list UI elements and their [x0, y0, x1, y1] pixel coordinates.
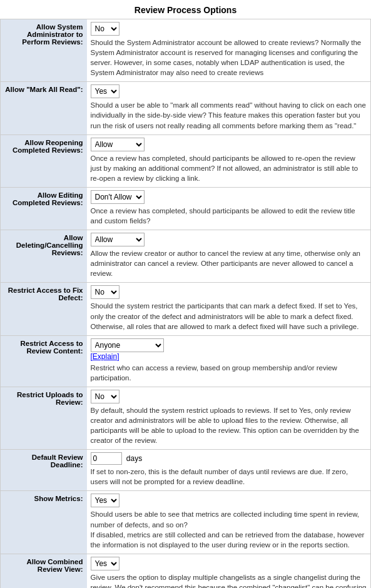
description-restrict-access-fix-defect: Should the system restrict the participa…: [91, 301, 367, 331]
content-allow-combined-review: YesNoGive users the option to display mu…: [87, 554, 371, 588]
description-show-metrics: Should users be able to see that metrics…: [91, 509, 367, 549]
content-allow-system-admin: NoYesShould the System Administrator acc…: [87, 19, 371, 82]
label-allow-deleting: Allow Deleting/Cancelling Reviews:: [1, 230, 87, 283]
description-allow-editing-completed: Once a review has completed, should part…: [91, 206, 367, 226]
label-default-review-deadline: Default Review Deadline:: [1, 450, 87, 491]
input-default-review-deadline[interactable]: [91, 452, 122, 465]
select-restrict-uploads[interactable]: NoYes: [91, 390, 119, 403]
label-restrict-uploads: Restrict Uploads to Review:: [1, 387, 87, 449]
table-row: Allow Reopening Completed Reviews:AllowD…: [1, 134, 371, 187]
label-allow-combined-review: Allow Combined Review View:: [1, 554, 87, 588]
page-title: Review Process Options: [0, 0, 371, 19]
days-label: days: [125, 454, 143, 463]
content-restrict-access-review-content: AnyoneParticipants Only[Explain]Restrict…: [87, 335, 371, 387]
label-allow-editing-completed: Allow Editing Completed Reviews:: [1, 187, 87, 230]
table-row: Default Review Deadline: daysIf set to n…: [1, 450, 371, 491]
select-allow-reopening-completed[interactable]: AllowDon't Allow: [91, 138, 145, 151]
content-restrict-uploads: NoYesBy default, should the system restr…: [87, 387, 371, 449]
description-allow-reopening-completed: Once a review has completed, should part…: [91, 153, 367, 183]
select-allow-deleting[interactable]: AllowDon't Allow: [91, 233, 145, 246]
table-row: Allow System Administrator to Perform Re…: [1, 19, 371, 82]
content-show-metrics: YesNoShould users be able to see that me…: [87, 491, 371, 554]
description-restrict-uploads: By default, should the system restrict u…: [91, 405, 367, 445]
select-allow-combined-review[interactable]: YesNo: [91, 557, 119, 570]
select-allow-system-admin[interactable]: NoYes: [91, 22, 119, 36]
label-restrict-access-fix-defect: Restrict Access to Fix Defect:: [1, 283, 87, 335]
content-allow-mark-all-read: YesNoShould a user be able to "mark all …: [87, 82, 371, 134]
label-allow-mark-all-read: Allow "Mark All Read":: [1, 82, 87, 134]
content-allow-deleting: AllowDon't AllowAllow the review creator…: [87, 230, 371, 283]
label-allow-reopening-completed: Allow Reopening Completed Reviews:: [1, 134, 87, 187]
description-allow-combined-review: Give users the option to display multipl…: [91, 572, 367, 588]
description-restrict-access-review-content: Restrict who can access a review, based …: [91, 363, 367, 383]
description-allow-mark-all-read: Should a user be able to "mark all comme…: [91, 100, 367, 130]
content-restrict-access-fix-defect: NoYesShould the system restrict the part…: [87, 283, 371, 335]
select-allow-mark-all-read[interactable]: YesNo: [91, 84, 119, 98]
select-restrict-access-review-content[interactable]: AnyoneParticipants Only: [91, 338, 164, 352]
content-allow-reopening-completed: AllowDon't AllowOnce a review has comple…: [87, 134, 371, 187]
table-row: Show Metrics:YesNoShould users be able t…: [1, 491, 371, 554]
table-row: Allow Editing Completed Reviews:Don't Al…: [1, 187, 371, 230]
table-row: Allow Combined Review View:YesNoGive use…: [1, 554, 371, 588]
content-allow-editing-completed: Don't AllowAllowOnce a review has comple…: [87, 187, 371, 230]
table-row: Restrict Uploads to Review:NoYesBy defau…: [1, 387, 371, 449]
explain-link[interactable]: [Explain]: [91, 352, 119, 361]
select-allow-editing-completed[interactable]: Don't AllowAllow: [91, 190, 145, 204]
label-show-metrics: Show Metrics:: [1, 491, 87, 554]
description-default-review-deadline: If set to non-zero, this is the default …: [91, 467, 367, 487]
table-row: Allow Deleting/Cancelling Reviews:AllowD…: [1, 230, 371, 283]
content-default-review-deadline: daysIf set to non-zero, this is the defa…: [87, 450, 371, 491]
table-row: Allow "Mark All Read":YesNoShould a user…: [1, 82, 371, 134]
options-table: Allow System Administrator to Perform Re…: [0, 19, 371, 588]
table-row: Restrict Access to Review Content:Anyone…: [1, 335, 371, 387]
select-show-metrics[interactable]: YesNo: [91, 494, 119, 507]
select-restrict-access-fix-defect[interactable]: NoYes: [91, 285, 119, 299]
label-allow-system-admin: Allow System Administrator to Perform Re…: [1, 19, 87, 82]
label-restrict-access-review-content: Restrict Access to Review Content:: [1, 335, 87, 387]
description-allow-deleting: Allow the review creator or author to ca…: [91, 248, 367, 278]
table-row: Restrict Access to Fix Defect:NoYesShoul…: [1, 283, 371, 335]
description-allow-system-admin: Should the System Administrator account …: [91, 38, 367, 78]
